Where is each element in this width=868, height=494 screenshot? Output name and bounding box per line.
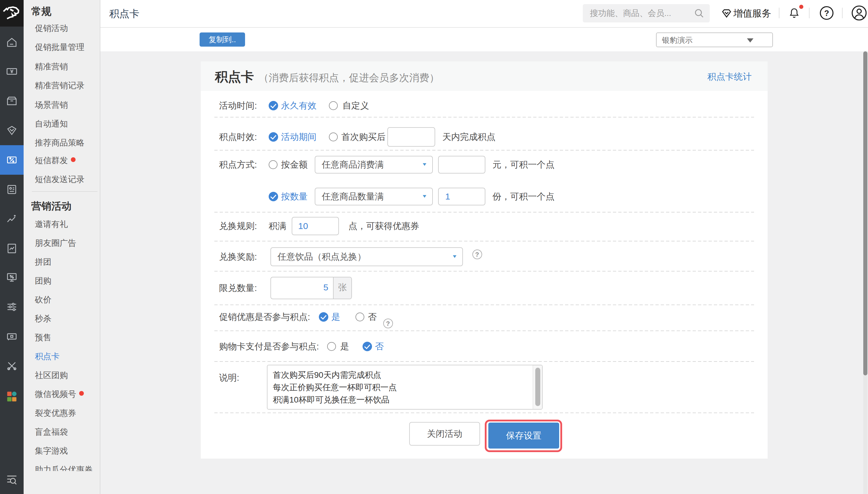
svg-text:?: ?	[824, 9, 829, 18]
